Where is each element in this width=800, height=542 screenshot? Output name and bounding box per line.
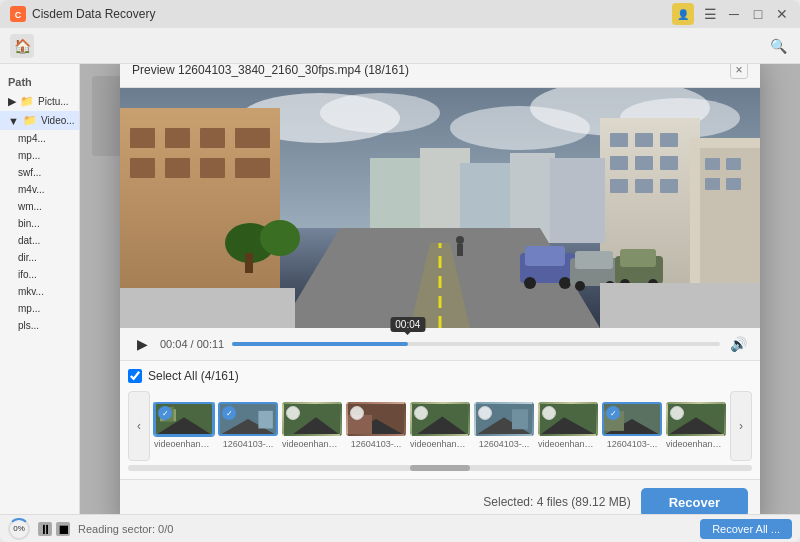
menu-button[interactable]: ☰ [702,6,718,22]
sidebar-item-pictures[interactable]: ▶ 📁 Pictu... [0,92,79,111]
progress-circle: 0% [8,518,30,540]
folder-icon: 📁 [23,114,37,127]
thumbnails-next-button[interactable]: › [730,391,752,461]
volume-button[interactable]: 🔊 [728,334,748,354]
search-button[interactable]: 🔍 [766,34,790,58]
thumbnail-label: 12604103-... [346,439,406,449]
sidebar-label: pls... [18,320,39,331]
thumbnail-image [538,402,598,436]
play-button[interactable]: ▶ [132,334,152,354]
sidebar-label: Pictu... [38,96,69,107]
close-button[interactable]: ✕ [774,6,790,22]
thumbnail-image [346,402,406,436]
sidebar-item-mp2[interactable]: mp... [0,300,79,317]
thumbnail-image [666,402,726,436]
home-icon[interactable]: 🏠 [10,34,34,58]
video-progress-bar[interactable]: 00:04 [232,342,720,346]
sidebar-label: swf... [18,167,41,178]
svg-rect-13 [200,128,225,148]
svg-point-49 [575,281,585,291]
stop-button[interactable]: ⏹ [56,522,70,536]
svg-rect-29 [635,179,653,193]
thumbnails-grid: ✓ videoenhance... [150,402,730,449]
main-area: Preview 12604103_3840_2160_30fps.mp4 (18… [80,64,800,514]
svg-rect-56 [600,283,760,328]
sidebar-item-mp[interactable]: mp... [0,147,79,164]
minimize-button[interactable]: ─ [726,6,742,22]
sidebar-item-bin[interactable]: bin... [0,215,79,232]
pause-button[interactable]: ⏸ [38,522,52,536]
window-controls: 👤 ☰ ─ □ ✕ [672,3,790,25]
thumbnail-item[interactable]: ✓ 12604103-... [218,402,278,449]
thumbnail-item[interactable]: videoenhance... [410,402,470,449]
thumbnails-prev-button[interactable]: ‹ [128,391,150,461]
modal-overlay: Preview 12604103_3840_2160_30fps.mp4 (18… [80,64,800,514]
sidebar: Path ▶ 📁 Pictu... ▼ 📁 Video... mp4... mp… [0,64,80,514]
thumbnails-scrollbar-thumb [410,465,470,471]
modal-close-button[interactable]: × [730,64,748,79]
thumbnail-item[interactable]: ✓ 12604103-... [602,402,662,449]
thumbnail-strip: Select All (4/161) ‹ [120,361,760,479]
sidebar-label: wm... [18,201,42,212]
folder-icon: 📁 [20,95,34,108]
time-tooltip: 00:04 [390,317,425,332]
sidebar-item-m4v[interactable]: m4v... [0,181,79,198]
maximize-button[interactable]: □ [750,6,766,22]
sidebar-header: Path [0,72,79,92]
sidebar-label: dat... [18,235,40,246]
thumbnail-item[interactable]: 12604103-... [346,402,406,449]
progress-percent: 0% [13,524,25,533]
thumbnails-scrollbar[interactable] [128,465,752,471]
svg-rect-28 [610,179,628,193]
select-all-checkbox[interactable] [128,369,142,383]
modal-footer: Selected: 4 files (89.12 MB) Recover [120,479,760,515]
thumbnail-label: videoenhance... [282,439,342,449]
sidebar-item-mkv[interactable]: mkv... [0,283,79,300]
thumbnail-item[interactable]: ✓ videoenhance... [154,402,214,449]
video-controls: ▶ 00:04 / 00:11 00:04 🔊 [120,328,760,361]
sidebar-item-mp4[interactable]: mp4... [0,130,79,147]
selected-info: Selected: 4 files (89.12 MB) [132,495,631,509]
progress-fill [232,342,408,346]
sidebar-label: bin... [18,218,40,229]
app-toolbar: 🏠 🔍 [0,28,800,64]
svg-rect-30 [660,179,678,193]
thumbnail-item[interactable]: 12604103-... [474,402,534,449]
sidebar-item-wm[interactable]: wm... [0,198,79,215]
preview-modal: Preview 12604103_3840_2160_30fps.mp4 (18… [120,64,760,514]
video-scene [120,88,760,328]
thumbnail-item[interactable]: videoenhance... [666,402,726,449]
svg-rect-15 [235,128,270,148]
status-controls: ⏸ ⏹ [38,522,70,536]
recover-all-button[interactable]: Recover All ... [700,519,792,539]
sidebar-item-dat[interactable]: dat... [0,232,79,249]
svg-rect-22 [610,133,628,147]
app-icon: C [10,6,26,22]
app-window: C Cisdem Data Recovery 👤 ☰ ─ □ ✕ 🏠 🔍 Pat… [0,0,800,542]
svg-rect-16 [235,158,270,178]
sidebar-item-ifo[interactable]: ifo... [0,266,79,283]
app-content: Path ▶ 📁 Pictu... ▼ 📁 Video... mp4... mp… [0,64,800,514]
thumbnail-label: videoenhance... [410,439,470,449]
sidebar-item-dir[interactable]: dir... [0,249,79,266]
thumbnail-item[interactable]: videoenhance... [282,402,342,449]
video-frame [120,88,760,328]
svg-rect-75 [512,409,528,429]
svg-rect-32 [705,158,720,170]
svg-rect-26 [635,156,653,170]
sidebar-item-pls[interactable]: pls... [0,317,79,334]
searching-label: Reading sector: 0/0 [78,523,173,535]
svg-rect-33 [726,158,741,170]
svg-rect-11 [130,158,155,178]
recover-button[interactable]: Recover [641,488,748,515]
sidebar-label: dir... [18,252,37,263]
svg-rect-34 [705,178,720,190]
sidebar-label: Video... [41,115,75,126]
sidebar-item-videos[interactable]: ▼ 📁 Video... [0,111,79,130]
chevron-down-icon: ▼ [8,115,19,127]
sidebar-item-swf[interactable]: swf... [0,164,79,181]
user-icon: 👤 [672,3,694,25]
thumbnail-label: videoenhance... [538,439,598,449]
thumbnail-item[interactable]: videoenhance... [538,402,598,449]
thumbnail-label: 12604103-... [218,439,278,449]
